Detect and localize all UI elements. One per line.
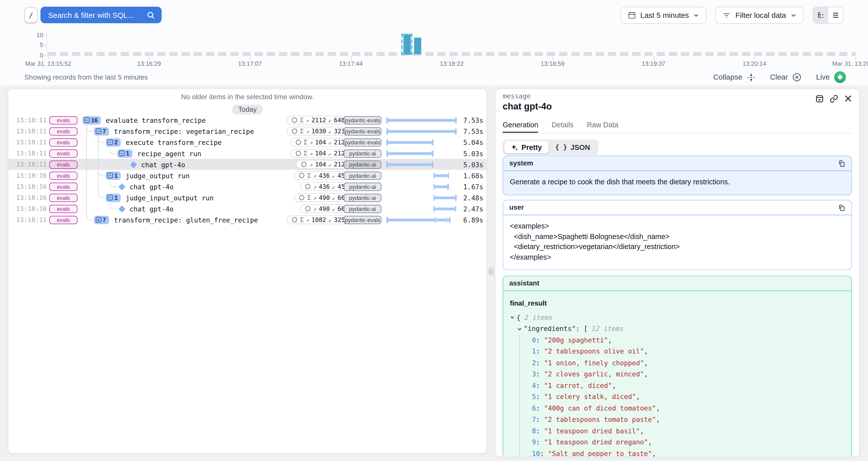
- copy-icon[interactable]: [838, 160, 845, 167]
- live-toggle[interactable]: Live: [816, 71, 846, 83]
- row-timestamp: 13:18:16: [16, 205, 47, 213]
- sigma-total-icon: Σ: [307, 194, 311, 202]
- leaf-diamond-icon: [119, 183, 125, 190]
- close-icon[interactable]: [844, 95, 852, 103]
- row-duration: 5.03s: [463, 150, 484, 157]
- tab-details[interactable]: Details: [552, 121, 574, 132]
- timeline-baseline: [48, 52, 856, 56]
- tokens-in-arrow-icon: ↗: [306, 217, 309, 223]
- timeline-chart[interactable]: 1050 Mar 31, 13:15:5213:16:2913:17:0713:…: [0, 29, 868, 67]
- tree-view-button[interactable]: [813, 7, 828, 23]
- row-timestamp: 13:18:11: [16, 116, 47, 124]
- trace-row[interactable]: 13:18:11 evals Σ ↗1030 ↙323 pydantic-eva…: [8, 126, 487, 136]
- span-duration-bar: [433, 196, 456, 199]
- json-array-item: 1: "2 tablespoons olive oil",: [532, 346, 845, 357]
- tokens-in-arrow-icon: ↗: [309, 139, 313, 145]
- collapse-button[interactable]: Collapse: [713, 73, 756, 82]
- row-duration-bar-track: [386, 136, 457, 148]
- span-name-label: transform_recipe: vegetarian_recipe: [114, 128, 254, 135]
- chevron-down-icon: [790, 12, 797, 18]
- collapse-label: Collapse: [713, 73, 742, 81]
- tree-connector-line: [98, 170, 98, 181]
- row-package-badge: pydantic-evals: [344, 127, 381, 135]
- x-axis-tick-label: Mar 31, 13:20:52: [832, 60, 868, 67]
- x-axis-tick: [351, 57, 351, 60]
- trace-row[interactable]: 13:18:16 evals Σ ↗436 ↙45 pydantic-ai 1.…: [8, 170, 487, 181]
- user-message-line: <examples>: [510, 221, 845, 232]
- time-range-dropdown[interactable]: Last 5 minutes: [620, 6, 707, 24]
- search-button[interactable]: Search & filter with SQL...: [40, 6, 162, 23]
- tokens-out-arrow-icon: ↙: [328, 161, 332, 167]
- trace-row[interactable]: 13:18:11 evals Σ ↗2112 ↙648 pydantic-eva…: [8, 115, 487, 126]
- trace-row[interactable]: 13:18:11 evals Σ ↗104 ↙212 pydantic-ai 5…: [8, 148, 487, 159]
- tree-connector-line: [86, 159, 87, 170]
- tree-connector-elbow: [121, 158, 129, 164]
- y-axis-tick: [44, 45, 47, 45]
- user-message-line: </examples>: [510, 252, 845, 263]
- span-name-label: judge_input_output run: [126, 194, 214, 202]
- collapse-node-button[interactable]: −7: [94, 127, 109, 135]
- dock-panel-icon[interactable]: [815, 95, 824, 103]
- tree-connector-line: [86, 136, 87, 148]
- sigma-total-icon: Σ: [300, 117, 304, 124]
- collapse-node-button[interactable]: −1: [106, 193, 121, 202]
- today-pill[interactable]: Today: [232, 105, 263, 115]
- x-axis-tick: [149, 57, 149, 60]
- filter-local-data-dropdown[interactable]: Filter local data: [716, 6, 804, 24]
- chart-bar[interactable]: [414, 37, 422, 54]
- clear-button[interactable]: Clear: [770, 72, 802, 82]
- tokens-out-arrow-icon: ↙: [328, 117, 332, 123]
- collapse-node-button[interactable]: −16: [82, 116, 100, 124]
- clear-label: Clear: [770, 73, 788, 81]
- cost-coin-icon: [291, 128, 298, 134]
- tree-connector-elbow: [98, 136, 105, 142]
- row-token-badge: ↗436 ↙45: [300, 182, 349, 191]
- link-icon[interactable]: [830, 95, 838, 103]
- detail-tabs: GenerationDetailsRaw Data: [502, 121, 852, 133]
- x-axis-tick-label: 13:16:29: [137, 60, 161, 67]
- leaf-diamond-icon: [119, 205, 125, 212]
- pretty-toggle-button[interactable]: Pretty: [504, 141, 549, 153]
- tab-raw-data[interactable]: Raw Data: [587, 121, 618, 132]
- copy-icon[interactable]: [838, 204, 845, 211]
- no-older-items-text: No older items in the selected time wind…: [8, 93, 487, 101]
- tokens-out-arrow-icon: ↙: [328, 139, 332, 145]
- list-view-button[interactable]: [828, 7, 843, 23]
- expand-node-button[interactable]: +7: [94, 215, 109, 224]
- row-duration-bar-track: [386, 203, 457, 214]
- view-mode-toggle: [813, 6, 844, 24]
- trace-row[interactable]: 13:18:11 evals Σ ↗104 ↙212 pydantic-eval…: [8, 136, 487, 148]
- record-kind-label: message: [502, 92, 852, 100]
- span-name-label: evaluate transform_recipe: [106, 117, 206, 124]
- collapse-node-button[interactable]: −1: [117, 149, 132, 157]
- minus-square-icon: −: [84, 118, 89, 123]
- tree-connector-elbow: [98, 169, 105, 176]
- trace-row[interactable]: 13:18:11 evals Σ ↗1082 ↙325 pydantic-eva…: [8, 214, 487, 225]
- row-duration: 1.67s: [463, 183, 484, 191]
- trace-row[interactable]: 13:18:16 evals Σ ↗490 ↙66 pydantic-ai 2.…: [8, 192, 487, 203]
- tab-generation[interactable]: Generation: [502, 121, 538, 132]
- tree-connector-line: [86, 126, 87, 136]
- row-package-badge: pydantic-ai: [344, 171, 381, 180]
- trace-row[interactable]: 13:18:11 evals ↗104 ↙212 pydantic-ai 5.0…: [8, 159, 487, 170]
- collapse-node-button[interactable]: −1: [106, 171, 121, 180]
- chart-bar[interactable]: [403, 35, 411, 54]
- descendant-count: 7: [103, 216, 106, 223]
- cost-coin-icon: [299, 194, 305, 201]
- row-duration: 5.03s: [463, 161, 484, 168]
- json-array-item: 7: "2 tablespoons tomato paste",: [532, 414, 845, 425]
- list-view-icon: [832, 11, 839, 19]
- trace-row[interactable]: 13:18:16 evals ↗436 ↙45 pydantic-ai 1.67…: [8, 181, 487, 192]
- descendant-count: 1: [126, 150, 129, 156]
- json-toggle-button[interactable]: { } JSON: [549, 141, 597, 153]
- trace-row[interactable]: 13:18:16 evals ↗490 ↙66 pydantic-ai 2.47…: [8, 203, 487, 214]
- collapse-node-button[interactable]: −2: [106, 138, 121, 146]
- detail-panel: message chat gpt-4o GenerationDetailsRaw…: [495, 89, 860, 457]
- assistant-role-label: assistant: [509, 279, 539, 287]
- json-ingredients-line[interactable]: "ingredients": [ 12 items: [510, 323, 845, 334]
- tree-connector-line: [98, 148, 98, 159]
- json-root-line[interactable]: { 2 items: [510, 312, 845, 323]
- json-array-item: 0: "200g spaghetti",: [532, 334, 845, 346]
- tokens-out-arrow-icon: ↙: [328, 217, 332, 223]
- panel-resize-handle[interactable]: [489, 267, 494, 276]
